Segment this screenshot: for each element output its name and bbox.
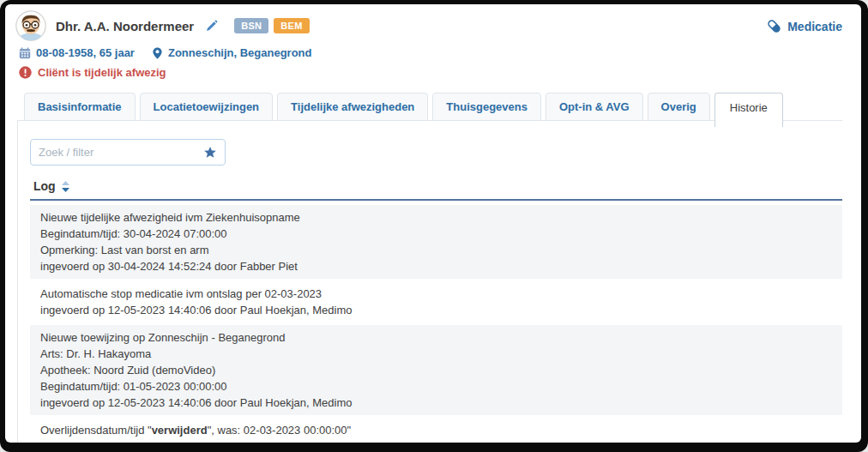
log-header-divider xyxy=(30,199,842,201)
log-entry-line: Nieuwe tijdelijke afwezigheid ivm Zieken… xyxy=(40,209,832,226)
search-input[interactable] xyxy=(39,146,203,159)
tab-tijdelijke-afwezigheden[interactable]: Tijdelijke afwezigheden xyxy=(277,93,428,121)
tab-locatietoewijzingen[interactable]: Locatietoewijzingen xyxy=(140,93,274,121)
log-entry: Overlijdensdatum/tijd "verwijderd", was:… xyxy=(30,418,842,443)
tab-thuisgegevens[interactable]: Thuisgegevens xyxy=(432,93,541,121)
log-entry-line: ingevoerd op 12-05-2023 14:39:35 door Pa… xyxy=(40,438,832,443)
tab-overig[interactable]: Overig xyxy=(648,93,710,121)
log-entry: Nieuwe tijdelijke afwezigheid ivm Zieken… xyxy=(30,205,842,279)
edit-name-pencil-icon[interactable] xyxy=(205,20,218,33)
screenshot-frame: Dhr. A.A. Noordermeer BSNBEM Medicatie xyxy=(0,0,868,452)
calendar-icon xyxy=(19,47,31,59)
alert-icon xyxy=(19,66,32,79)
birthdate-text: 08-08-1958, 65 jaar xyxy=(36,46,135,59)
location-text: Zonneschijn, Beganegrond xyxy=(168,46,312,59)
log-entry-line: ingevoerd op 12-05-2023 14:40:06 door Pa… xyxy=(40,302,832,318)
log-entry-line: Nieuwe toewijzing op Zonneschijn - Began… xyxy=(40,329,832,346)
log-entry: Nieuwe toewijzing op Zonneschijn - Began… xyxy=(30,325,842,415)
log-entry-line: ingevoerd op 12-05-2023 14:40:06 door Pa… xyxy=(40,395,832,411)
pill-icon xyxy=(767,19,781,33)
tab-opt-in-avg[interactable]: Opt-in & AVG xyxy=(546,93,643,121)
absence-alert-text: Cliënt is tijdelijk afwezig xyxy=(38,66,166,79)
birthdate-item: 08-08-1958, 65 jaar xyxy=(19,46,135,59)
favorite-filter-star-icon[interactable] xyxy=(203,146,217,160)
absence-alert: Cliënt is tijdelijk afwezig xyxy=(19,66,846,79)
location-item: Zonneschijn, Beganegrond xyxy=(152,46,312,59)
badge-group: BSNBEM xyxy=(234,18,309,33)
search-filter-box xyxy=(30,139,226,166)
badge-bem[interactable]: BEM xyxy=(274,18,309,33)
log-entry-line: Apotheek: Noord Zuid (demoVideo) xyxy=(40,362,832,378)
patient-header: Dhr. A.A. Noordermeer BSNBEM Medicatie xyxy=(5,4,861,79)
patient-name: Dhr. A.A. Noordermeer xyxy=(56,19,194,33)
medication-link-label: Medicatie xyxy=(787,20,842,33)
log-entry: Automatische stop medicatie ivm ontslag … xyxy=(30,281,842,322)
patient-page: Dhr. A.A. Noordermeer BSNBEM Medicatie xyxy=(5,4,861,443)
log-entry-line: Overlijdensdatum/tijd "verwijderd", was:… xyxy=(40,422,832,438)
log-entry-line: Begindatum/tijd: 30-04-2024 07:00:00 xyxy=(40,226,832,242)
patient-avatar xyxy=(15,10,46,41)
log-entry-line: Begindatum/tijd: 01-05-2023 00:00:00 xyxy=(40,378,832,395)
log-entry-line: Automatische stop medicatie ivm ontslag … xyxy=(40,286,832,302)
log-column-header: Log xyxy=(33,179,56,193)
log-entry-line: Opmerking: Last van borst en arm xyxy=(40,242,832,258)
location-pin-icon xyxy=(152,47,163,59)
tab-historie[interactable]: Historie xyxy=(714,93,783,127)
historie-panel: Log Nieuwe tijdelijke afwezigheid ivm Zi… xyxy=(17,120,842,443)
badge-bsn[interactable]: BSN xyxy=(234,18,268,33)
sort-toggle-icon[interactable] xyxy=(62,181,69,192)
log-list: Nieuwe tijdelijke afwezigheid ivm Zieken… xyxy=(30,205,842,443)
medication-link[interactable]: Medicatie xyxy=(767,19,842,33)
tab-bar: BasisinformatieLocatietoewijzingenTijdel… xyxy=(5,87,861,121)
log-entry-line: Arts: Dr. H. Hakayoma xyxy=(40,346,832,362)
log-entry-line: ingevoerd op 30-04-2024 14:52:24 door Fa… xyxy=(40,258,832,274)
tab-basisinformatie[interactable]: Basisinformatie xyxy=(24,93,136,121)
